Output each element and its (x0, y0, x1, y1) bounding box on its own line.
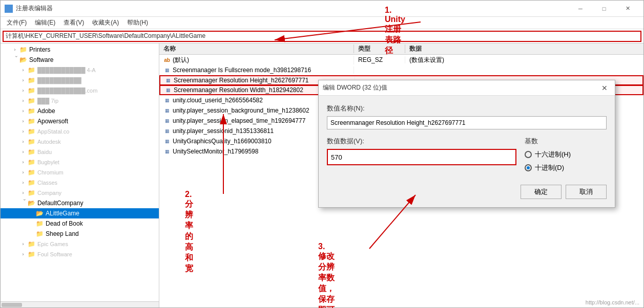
folder-icon: 📁 (35, 230, 44, 237)
value-name-input[interactable] (327, 116, 607, 129)
tree-label: Dead of Book (46, 220, 83, 227)
radio-hex-circle (525, 151, 532, 158)
radio-dec-item[interactable]: 十进制(D) (525, 163, 607, 172)
tree-label: ███ 7ip (37, 98, 58, 104)
tree-item-sub1[interactable]: › 📁 ████████████ 4-A (1, 65, 159, 75)
tree-label: Adobe (37, 107, 55, 115)
expand-icon: › (19, 138, 27, 146)
tree-label: Baidu (37, 149, 52, 155)
expand-icon: › (19, 240, 27, 248)
expand-icon: › (19, 66, 27, 74)
expand-icon: › (19, 168, 27, 177)
tree-label: Sheep Land (46, 230, 79, 237)
tree-panel: › 📁 Printers › 📂 Software › 📁 ██████████… (1, 43, 159, 307)
address-input[interactable] (3, 31, 641, 42)
expand-icon: › (19, 148, 27, 156)
expand-icon: › (19, 76, 27, 84)
expand-icon: › (19, 250, 27, 258)
expand-icon: › (19, 117, 27, 125)
tree-label: Bugbylet (37, 159, 59, 165)
dword-icon: ▦ (163, 67, 171, 74)
table-row[interactable]: ▦ Screenmanager Is Fullscreen mode_h3981… (159, 65, 643, 75)
radio-hex-item[interactable]: 十六进制(H) (525, 150, 607, 159)
dword-icon: ▦ (163, 107, 171, 114)
tree-item-classes[interactable]: › 📁 Classes (1, 178, 159, 188)
folder-icon: 📁 (35, 220, 44, 227)
reg-entry-name: Screenmanager Resolution Height_h2627697… (174, 77, 309, 84)
tree-item-deadofbook[interactable]: 📁 Dead of Book (1, 218, 159, 229)
dialog-titlebar: 编辑 DWORD (32 位)值 ✕ (319, 80, 615, 96)
tree-item-epicgames[interactable]: › 📁 Epic Games (1, 239, 159, 249)
menu-bar: 文件(F) 编辑(E) 查看(V) 收藏夹(A) 帮助(H) (1, 17, 643, 29)
tree-label: Printers (29, 46, 50, 53)
tree-item-sub2[interactable]: › 📁 ███████████ (1, 75, 159, 85)
radio-dec-circle (525, 164, 532, 171)
tree-item-software[interactable]: › 📂 Software (1, 55, 159, 65)
tree-item-adobe[interactable]: › 📁 Adobe (1, 106, 159, 116)
tree-label: ████████████ 4-A (37, 67, 96, 73)
tree-item-appstatal[interactable]: › 📁 AppStatal.co (1, 126, 159, 137)
cancel-button[interactable]: 取消 (566, 185, 607, 199)
minimize-button[interactable]: ─ (569, 1, 592, 17)
table-header: 名称 类型 数据 (159, 43, 643, 55)
folder-icon: 📁 (27, 77, 35, 84)
folder-icon: 📁 (27, 148, 35, 156)
folder-icon: 📁 (27, 159, 35, 166)
dword-icon: ▦ (163, 117, 171, 124)
tree-item-apowersoft[interactable]: › 📁 Apowersoft (1, 116, 159, 126)
tree-item-chromium[interactable]: › 📁 Chromium (1, 167, 159, 178)
folder-icon: 📁 (27, 118, 35, 125)
ok-button[interactable]: 确定 (521, 185, 562, 199)
expand-icon: › (19, 189, 27, 197)
maximize-button[interactable]: □ (592, 1, 616, 17)
cell-type: REG_SZ (354, 56, 405, 63)
tree-item-printers[interactable]: › 📁 Printers (1, 45, 159, 55)
tree-label: ALittleGame (46, 210, 79, 217)
title-bar-controls: ─ □ ✕ (569, 1, 639, 17)
expand-icon: › (19, 107, 27, 115)
tree-item-autodesk[interactable]: › 📁 Autodesk (1, 137, 159, 147)
tree-item-sub4[interactable]: › 📁 ███ 7ip (1, 96, 159, 106)
folder-icon: 📁 (27, 251, 35, 258)
folder-icon: 📁 (27, 169, 35, 176)
menu-file[interactable]: 文件(F) (3, 17, 31, 28)
tree-horizontal-scrollbar[interactable] (1, 301, 159, 307)
close-button[interactable]: ✕ (616, 1, 639, 17)
tree-item-alittlegame[interactable]: 📂 ALittleGame (1, 208, 159, 218)
dialog-close-button[interactable]: ✕ (598, 82, 611, 94)
expand-icon: › (19, 158, 27, 166)
reg-entry-name: unity.cloud_userid_h2665564582 (173, 97, 263, 104)
expand-icon: › (19, 86, 27, 95)
tree-item-bugbylet[interactable]: › 📁 Bugbylet (1, 157, 159, 167)
menu-view[interactable]: 查看(V) (59, 17, 88, 28)
tree-item-sheepland[interactable]: 📁 Sheep Land (1, 229, 159, 239)
expand-icon: › (19, 199, 27, 207)
dialog-title: 编辑 DWORD (32 位)值 (323, 83, 387, 92)
value-data-label: 数值数据(V): (327, 137, 516, 146)
menu-favorites[interactable]: 收藏夹(A) (88, 17, 123, 28)
tree-label: Chromium (37, 169, 64, 175)
dialog-buttons: 确定 取消 (327, 185, 607, 199)
tree-label: ███████████ (37, 77, 81, 83)
reg-entry-name: unity.player_session_elapsed_time_h19269… (173, 117, 305, 124)
scroll-thumb (2, 303, 22, 307)
folder-icon: 📁 (27, 138, 35, 145)
folder-icon: 📁 (27, 189, 35, 196)
col-type: 类型 (354, 45, 405, 53)
folder-icon: 📁 (27, 97, 35, 104)
tree-item-company[interactable]: › 📁 Company (1, 188, 159, 198)
tree-item-foulsoftware[interactable]: › 📁 Foul Software (1, 249, 159, 259)
menu-help[interactable]: 帮助(H) (123, 17, 152, 28)
menu-edit[interactable]: 编辑(E) (31, 17, 59, 28)
base-section: 基数 十六进制(H) 十进制(D) (525, 137, 607, 177)
tree-item-defaultcompany[interactable]: › 📂 DefaultCompany (1, 198, 159, 208)
value-data-input[interactable] (327, 149, 516, 165)
tree-item-baidu[interactable]: › 📁 Baidu (1, 147, 159, 157)
tree-label: Software (29, 56, 53, 63)
table-row[interactable]: ab (默认) REG_SZ (数值未设置) (159, 55, 643, 65)
ab-icon: ab (163, 56, 171, 63)
reg-entry-name: unity.player_session_background_time_h12… (173, 107, 309, 114)
tree-body: › 📁 Printers › 📂 Software › 📁 ██████████… (1, 43, 159, 301)
tree-item-sub3[interactable]: › 📁 ████████████.com (1, 85, 159, 96)
reg-entry-name: (默认) (173, 56, 189, 64)
